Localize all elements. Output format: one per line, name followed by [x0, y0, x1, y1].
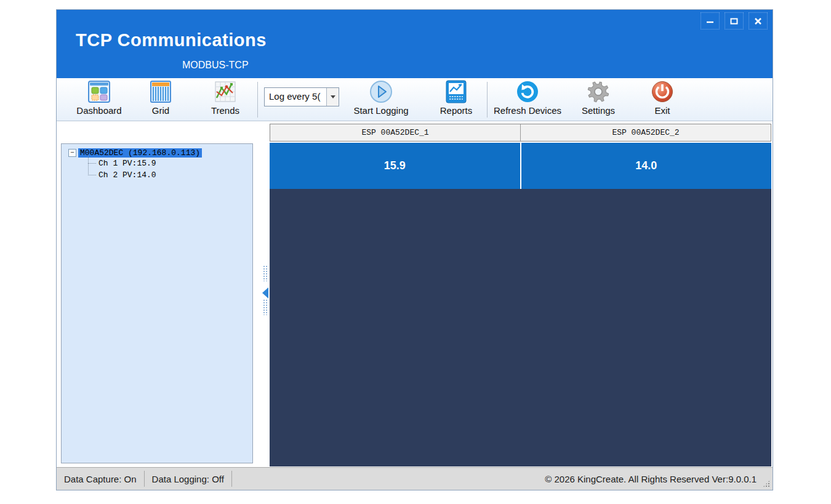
gear-icon [586, 79, 611, 105]
play-icon [369, 79, 393, 105]
trends-icon [213, 79, 238, 105]
start-logging-label: Start Logging [353, 105, 408, 116]
splitter-dots-bottom [263, 299, 268, 315]
minimize-icon [706, 17, 714, 25]
status-copyright: © 2026 KingCreate. All Rights Reserved V… [545, 474, 773, 484]
toolbar: Dashboard Grid [57, 78, 773, 121]
reports-label: Reports [440, 105, 473, 116]
grid-button[interactable]: Grid [139, 79, 182, 121]
trends-button[interactable]: Trends [201, 79, 250, 121]
dashboard-button[interactable]: Dashboard [71, 79, 127, 121]
title-bar: TCP Communications MODBUS-TCP [57, 10, 773, 78]
grid-cell-value-2[interactable]: 14.0 [521, 143, 772, 189]
splitter-dots-top [263, 265, 268, 281]
close-button[interactable] [749, 12, 768, 30]
grid-label: Grid [152, 105, 169, 116]
window-controls [701, 12, 768, 30]
reports-button[interactable]: Reports [434, 79, 478, 121]
settings-button[interactable]: Settings [574, 79, 623, 121]
dashboard-label: Dashboard [76, 105, 121, 116]
tree-root-row[interactable]: − M00A52DEC (192.168.0.113) [68, 148, 252, 158]
tree-node-ch2[interactable]: Ch 2 PV:14.0 [73, 169, 252, 181]
settings-label: Settings [582, 105, 615, 116]
grid-value-row: 15.9 14.0 [270, 142, 771, 189]
app-window: TCP Communications MODBUS-TCP [56, 9, 773, 490]
report-icon [444, 79, 468, 105]
tree-root-node[interactable]: M00A52DEC (192.168.0.113) [78, 148, 202, 158]
minimize-button[interactable] [701, 12, 720, 30]
grid-cell-value-1[interactable]: 15.9 [270, 143, 521, 189]
tree-children: Ch 1 PV:15.9 Ch 2 PV:14.0 [73, 158, 252, 181]
splitter[interactable] [262, 124, 269, 466]
refresh-devices-label: Refresh Devices [494, 105, 561, 116]
log-interval-select[interactable]: Log every 5( [264, 87, 339, 106]
trends-label: Trends [211, 105, 239, 116]
log-interval-value: Log every 5( [265, 88, 326, 106]
start-logging-button[interactable]: Start Logging [351, 79, 411, 121]
grid-icon [148, 79, 173, 105]
collapse-icon[interactable]: − [68, 149, 76, 157]
refresh-devices-button[interactable]: Refresh Devices [491, 79, 564, 121]
tree-node-ch1[interactable]: Ch 1 PV:15.9 [73, 158, 252, 169]
data-grid: ESP 00A52DEC_1 ESP 00A52DEC_2 15.9 14.0 [270, 124, 771, 466]
refresh-icon [515, 79, 540, 105]
status-data-logging: Data Logging: Off [145, 474, 231, 484]
close-icon [754, 17, 762, 25]
grid-header-row: ESP 00A52DEC_1 ESP 00A52DEC_2 [270, 124, 771, 142]
app-title: TCP Communications [76, 30, 267, 50]
dashboard-icon [87, 79, 111, 105]
splitter-collapse-arrow-icon[interactable] [262, 287, 268, 298]
combo-dropdown-icon[interactable] [326, 88, 339, 106]
app-subtitle: MODBUS-TCP [182, 60, 249, 71]
maximize-icon [730, 17, 738, 25]
exit-label: Exit [654, 105, 670, 116]
grid-column-header-1[interactable]: ESP 00A52DEC_1 [270, 124, 521, 141]
status-separator-2 [231, 471, 232, 487]
grid-column-header-2[interactable]: ESP 00A52DEC_2 [521, 124, 771, 141]
status-data-capture: Data Capture: On [57, 474, 144, 484]
power-icon [650, 79, 675, 105]
maximize-button[interactable] [725, 12, 744, 30]
device-tree-panel: − M00A52DEC (192.168.0.113) Ch 1 PV:15.9… [61, 143, 253, 463]
status-bar: Data Capture: On Data Logging: Off © 202… [57, 467, 773, 490]
toolbar-separator-2 [487, 82, 488, 118]
exit-button[interactable]: Exit [638, 79, 687, 121]
toolbar-separator [257, 82, 258, 118]
